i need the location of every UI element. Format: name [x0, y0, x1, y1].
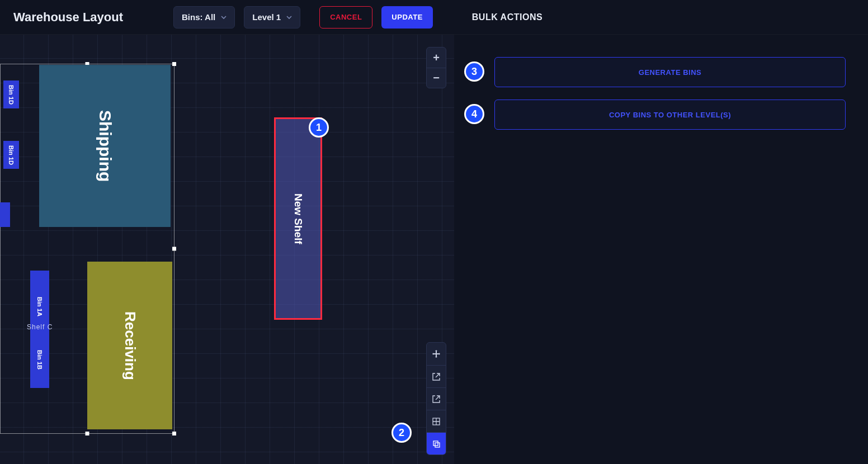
level-filter-select[interactable]: Level 1 — [244, 6, 300, 29]
generate-bins-button[interactable]: GENERATE BINS — [494, 57, 846, 87]
zoom-out-button[interactable]: − — [427, 68, 446, 88]
bins-filter-label: Bins: All — [182, 12, 215, 22]
svg-rect-2 — [435, 443, 440, 447]
canvas-tools — [426, 342, 446, 455]
zoom-controls: + − — [426, 47, 446, 88]
callout-2: 2 — [391, 423, 412, 443]
callout-3: 3 — [464, 61, 484, 82]
side-panel: GENERATE BINS 3 COPY BINS TO OTHER LEVEL… — [454, 35, 868, 464]
zone-shipping[interactable]: Shipping — [39, 65, 171, 227]
bin-1d[interactable]: Bin 1D — [3, 81, 19, 108]
bin-1d[interactable]: Bin 1D — [3, 141, 19, 169]
resize-handle[interactable] — [172, 432, 176, 435]
shelf-c-label: Shelf C — [27, 323, 53, 331]
plus-icon: + — [433, 51, 440, 64]
cancel-button[interactable]: CANCEL — [319, 6, 372, 29]
header-bar: Warehouse Layout Bins: All Level 1 CANCE… — [0, 0, 868, 35]
zoom-in-button[interactable]: + — [427, 48, 446, 68]
layout-canvas[interactable]: Shipping Receiving Bin 1D Bin 1D Bin 1A … — [0, 35, 454, 464]
copy-tool-button[interactable] — [427, 432, 446, 454]
new-shelf-selected[interactable]: New Shelf — [274, 117, 322, 320]
grid-icon — [432, 417, 441, 426]
bin-1d[interactable] — [0, 202, 10, 227]
grid-tool-button[interactable] — [427, 410, 446, 432]
level-filter-label: Level 1 — [252, 12, 281, 22]
bin-1b[interactable]: Bin 1B — [30, 331, 49, 388]
copy-icon — [432, 439, 441, 448]
svg-rect-1 — [433, 441, 438, 446]
resize-handle[interactable] — [86, 432, 89, 435]
resize-handle[interactable] — [172, 62, 176, 66]
external-link-icon — [432, 372, 441, 381]
chevron-down-icon — [286, 15, 292, 20]
page-title: Warehouse Layout — [13, 10, 123, 25]
bulk-actions-title: BULK ACTIONS — [472, 12, 542, 22]
callout-1: 1 — [309, 117, 329, 138]
zone-receiving[interactable]: Receiving — [87, 262, 172, 429]
chevron-down-icon — [221, 15, 227, 20]
move-icon — [432, 349, 441, 358]
external-link-icon — [432, 395, 441, 404]
bins-filter-select[interactable]: Bins: All — [173, 6, 235, 29]
move-tool-button[interactable] — [427, 343, 446, 365]
resize-handle[interactable] — [172, 247, 176, 251]
copy-bins-button[interactable]: COPY BINS TO OTHER LEVEL(S) — [494, 100, 846, 130]
update-button[interactable]: UPDATE — [381, 6, 432, 29]
minus-icon: − — [433, 72, 440, 84]
callout-4: 4 — [464, 104, 484, 124]
open-tool-button-2[interactable] — [427, 387, 446, 410]
open-tool-button[interactable] — [427, 365, 446, 387]
